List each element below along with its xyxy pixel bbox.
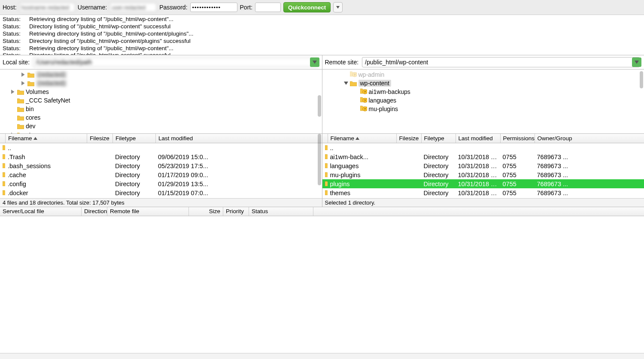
local-col-filetype[interactable]: Filetype — [113, 134, 156, 143]
chevron-right-icon[interactable] — [21, 81, 26, 85]
queue-col-remote[interactable]: Remote file — [107, 207, 189, 216]
queue-col-status[interactable]: Status — [249, 207, 313, 216]
log-message: Directory listing of "/public_html/wp-co… — [29, 23, 170, 30]
tree-item[interactable]: mu-plugins — [322, 105, 644, 113]
local-pane: (redacted)(redacted)Volumes_CCC SafetyNe… — [0, 69, 322, 207]
remote-col-filesize[interactable]: Filesize — [397, 134, 422, 143]
host-input[interactable] — [19, 3, 75, 12]
tree-item-label: _CCC SafetyNet — [26, 97, 70, 104]
folder-icon — [350, 81, 357, 86]
remote-file-list-header[interactable]: Filename Filesize Filetype Last modified… — [322, 134, 644, 143]
local-col-filesize[interactable]: Filesize — [87, 134, 113, 143]
remote-directory-tree[interactable]: wp-adminwp-contentai1wm-backupslanguages… — [322, 69, 644, 134]
tree-item[interactable]: (redacted) — [0, 70, 322, 79]
tree-item[interactable]: Volumes — [0, 87, 322, 96]
local-col-lastmodified[interactable]: Last modified — [156, 134, 322, 143]
file-modified: 01/17/2019 09:0... — [155, 172, 322, 178]
username-input[interactable] — [109, 3, 157, 12]
tree-item[interactable]: cores — [0, 113, 322, 122]
log-message: Retrieving directory listing of "/public… — [29, 16, 173, 23]
log-entry: Status:Directory listing of "/public_htm… — [3, 23, 641, 30]
tree-item-label: dev — [26, 123, 36, 130]
file-row[interactable]: .. — [0, 143, 322, 152]
message-log[interactable]: Status:Retrieving directory listing of "… — [0, 15, 644, 55]
file-permissions: 0755 — [500, 190, 535, 196]
tree-item[interactable]: wp-content — [322, 79, 644, 87]
file-owner: 7689673 ... — [535, 154, 644, 160]
folder-icon — [17, 115, 24, 121]
quickconnect-button[interactable]: Quickconnect — [283, 2, 331, 12]
local-col-filename[interactable]: Filename — [6, 134, 87, 143]
file-type: Directory — [421, 163, 456, 169]
tree-item-label: ai1wm-backups — [369, 88, 410, 95]
queue-col-direction[interactable]: Direction — [82, 207, 107, 216]
tree-item-label: Volumes — [26, 88, 49, 95]
log-status-label: Status: — [3, 30, 24, 38]
local-file-list-header[interactable]: Filename Filesize Filetype Last modified — [0, 134, 322, 143]
port-input[interactable] — [255, 3, 281, 12]
transfer-queue[interactable] — [0, 216, 644, 353]
password-input[interactable] — [190, 3, 237, 12]
chevron-right-icon[interactable] — [21, 72, 26, 77]
local-directory-tree[interactable]: (redacted)(redacted)Volumes_CCC SafetyNe… — [0, 69, 322, 134]
file-owner: 7689673 ... — [535, 163, 644, 169]
file-row[interactable]: .dockerDirectory01/15/2019 07:0... — [0, 188, 322, 197]
file-row[interactable]: pluginsDirectory10/31/2018 0...075576896… — [322, 179, 644, 188]
unknown-folder-icon — [350, 71, 357, 79]
file-type: Directory — [421, 181, 456, 187]
queue-col-size[interactable]: Size — [189, 207, 223, 216]
file-modified: 10/31/2018 0... — [456, 181, 500, 187]
file-row[interactable]: .TrashDirectory09/06/2019 15:0... — [0, 152, 322, 161]
file-name: plugins — [328, 181, 396, 187]
file-row[interactable]: themesDirectory10/31/2018 0...0755768967… — [322, 188, 644, 197]
remote-col-permissions[interactable]: Permissions — [501, 134, 535, 143]
remote-col-lastmodified[interactable]: Last modified — [456, 134, 501, 143]
tree-item[interactable]: (redacted) — [0, 79, 322, 87]
file-row[interactable]: mu-pluginsDirectory10/31/2018 0...075576… — [322, 170, 644, 179]
local-site-dropdown[interactable] — [310, 57, 319, 67]
tree-item[interactable]: _CCC SafetyNet — [0, 96, 322, 105]
remote-site-dropdown[interactable] — [632, 57, 641, 67]
file-row[interactable]: .cacheDirectory01/17/2019 09:0... — [0, 170, 322, 179]
quickconnect-history-button[interactable] — [333, 2, 343, 12]
local-file-list[interactable]: ...TrashDirectory09/06/2019 15:0....bash… — [0, 143, 322, 198]
tree-item[interactable]: dev — [0, 122, 322, 130]
file-modified: 10/31/2018 0... — [456, 154, 500, 160]
tree-item[interactable]: wp-admin — [322, 70, 644, 79]
tree-item[interactable]: languages — [322, 96, 644, 105]
password-label: Password: — [159, 4, 187, 11]
queue-col-priority[interactable]: Priority — [223, 207, 249, 216]
log-status-label: Status: — [3, 38, 24, 45]
log-message: Retrieving directory listing of "/public… — [29, 30, 194, 38]
file-name: .Trash — [5, 154, 87, 160]
log-status-label: Status: — [3, 23, 24, 30]
file-row[interactable]: languagesDirectory10/31/2018 0...0755768… — [322, 161, 644, 170]
file-type: Directory — [421, 154, 456, 160]
file-row[interactable]: ai1wm-back...Directory10/31/2018 0...075… — [322, 152, 644, 161]
remote-file-list[interactable]: ..ai1wm-back...Directory10/31/2018 0...0… — [322, 143, 644, 198]
chevron-right-icon[interactable] — [11, 90, 15, 94]
remote-col-owner[interactable]: Owner/Group — [535, 134, 644, 143]
transfer-queue-header[interactable]: Server/Local file Direction Remote file … — [0, 207, 644, 216]
remote-col-filetype[interactable]: Filetype — [422, 134, 456, 143]
remote-site-path-input[interactable] — [362, 57, 640, 67]
tree-item[interactable]: etc — [0, 130, 322, 134]
file-row[interactable]: .. — [322, 143, 644, 152]
remote-col-filename[interactable]: Filename — [328, 134, 397, 143]
local-site-path-input[interactable] — [33, 57, 317, 67]
log-status-label: Status: — [3, 52, 24, 55]
tree-item[interactable]: bin — [0, 105, 322, 113]
log-entry: Status:Directory listing of "/public_htm… — [3, 52, 641, 55]
chevron-down-icon[interactable] — [344, 81, 348, 85]
file-row[interactable]: .bash_sessionsDirectory05/23/2019 17:5..… — [0, 161, 322, 170]
file-type: Directory — [421, 190, 456, 196]
file-permissions: 0755 — [500, 181, 535, 187]
queue-col-file[interactable]: Server/Local file — [0, 207, 82, 216]
folder-icon — [27, 72, 34, 78]
file-row[interactable]: .configDirectory01/29/2019 13:5... — [0, 179, 322, 188]
log-message: Directory listing of "/public_html/wp-co… — [29, 52, 170, 55]
log-message: Directory listing of "/public_html/wp-co… — [29, 38, 191, 45]
tree-item[interactable]: ai1wm-backups — [322, 87, 644, 96]
file-permissions: 0755 — [500, 172, 535, 178]
file-type: Directory — [112, 154, 155, 160]
